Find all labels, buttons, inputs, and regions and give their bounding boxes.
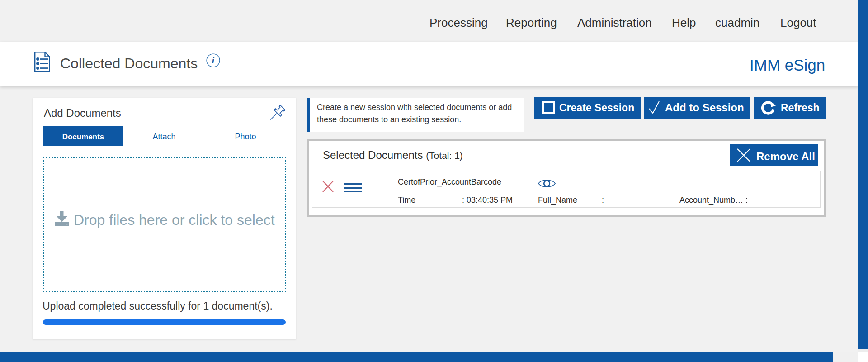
svg-text:i: i: [212, 55, 215, 66]
